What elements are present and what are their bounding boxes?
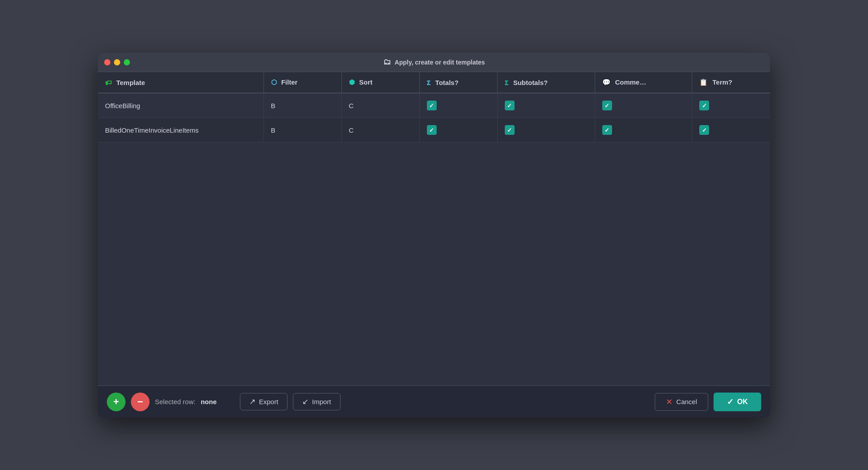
cell-template: BilledOneTimeInvoiceLineItems: [98, 118, 264, 142]
selected-row-value: none: [201, 398, 217, 405]
ok-label: OK: [737, 398, 748, 406]
checkbox-checked: ✓: [505, 101, 515, 110]
import-icon: ↙: [302, 397, 308, 406]
cell-sort: C: [341, 93, 419, 118]
table-container: 🏷 Template ⬡ Filter ⬢ Sort Σ: [98, 72, 770, 385]
title-bar: 🗂 Apply, create or edit templates: [98, 53, 770, 72]
maximize-button[interactable]: [124, 59, 130, 65]
col-header-term[interactable]: 📋 Term?: [692, 72, 770, 93]
export-button[interactable]: ↗ Export: [240, 393, 288, 410]
close-button[interactable]: [104, 59, 110, 65]
cell-term: ✓: [692, 118, 770, 142]
cell-subtotals: ✓: [497, 118, 595, 142]
col-header-template[interactable]: 🏷 Template: [98, 72, 264, 93]
sort-header-icon: ⬢: [349, 78, 355, 86]
col-header-subtotals[interactable]: Σ Subtotals?: [497, 72, 595, 93]
export-label: Export: [259, 398, 278, 405]
add-row-button[interactable]: +: [107, 393, 126, 411]
cell-filter: B: [264, 93, 341, 118]
main-window: 🗂 Apply, create or edit templates: [98, 53, 770, 417]
col-totals-label: Totals?: [435, 79, 458, 86]
templates-table: 🏷 Template ⬡ Filter ⬢ Sort Σ: [98, 72, 770, 142]
checkbox-checked: ✓: [699, 125, 709, 135]
cancel-icon: ✕: [666, 397, 673, 407]
cell-totals: ✓: [419, 118, 497, 142]
table-body: OfficeBilling B C ✓ ✓ ✓ ✓ BilledOneTimeI…: [98, 93, 770, 142]
cell-comments: ✓: [595, 118, 692, 142]
cancel-button[interactable]: ✕ Cancel: [655, 393, 708, 411]
checkbox-checked: ✓: [602, 125, 612, 135]
table-row[interactable]: BilledOneTimeInvoiceLineItems B C ✓ ✓ ✓ …: [98, 118, 770, 142]
cell-comments: ✓: [595, 93, 692, 118]
main-content: 🏷 Template ⬡ Filter ⬢ Sort Σ: [98, 72, 770, 385]
ok-button[interactable]: ✓ OK: [714, 393, 761, 411]
checkbox-checked: ✓: [602, 101, 612, 110]
checkbox-checked: ✓: [505, 125, 515, 135]
selected-row-label: Selected row:: [155, 398, 195, 405]
checkbox-checked: ✓: [699, 101, 709, 110]
col-header-totals[interactable]: Σ Totals?: [419, 72, 497, 93]
totals-header-icon: Σ: [427, 79, 431, 86]
term-header-icon: 📋: [699, 78, 708, 86]
col-subtotals-label: Subtotals?: [513, 79, 548, 86]
table-header-row: 🏷 Template ⬡ Filter ⬢ Sort Σ: [98, 72, 770, 93]
col-template-label: Template: [116, 79, 145, 86]
filter-header-icon: ⬡: [271, 78, 277, 86]
cell-sort: C: [341, 118, 419, 142]
col-filter-label: Filter: [281, 78, 298, 86]
col-header-comments[interactable]: 💬 Comme…: [595, 72, 692, 93]
footer-left: + − Selected row: none ↗ Export ↙ Import: [107, 393, 648, 411]
add-icon: +: [114, 396, 119, 408]
window-controls: [104, 59, 130, 65]
col-header-sort[interactable]: ⬢ Sort: [341, 72, 419, 93]
cell-template: OfficeBilling: [98, 93, 264, 118]
cell-term: ✓: [692, 93, 770, 118]
table-row[interactable]: OfficeBilling B C ✓ ✓ ✓ ✓: [98, 93, 770, 118]
window-title: 🗂 Apply, create or edit templates: [383, 57, 485, 67]
remove-row-button[interactable]: −: [131, 393, 150, 411]
import-label: Import: [312, 398, 331, 405]
footer-right: ✕ Cancel ✓ OK: [655, 393, 761, 411]
title-icon: 🗂: [383, 57, 391, 67]
cell-filter: B: [264, 118, 341, 142]
cancel-label: Cancel: [676, 398, 697, 405]
cell-subtotals: ✓: [497, 93, 595, 118]
comments-header-icon: 💬: [602, 78, 611, 86]
ok-icon: ✓: [727, 397, 734, 407]
col-header-filter[interactable]: ⬡ Filter: [264, 72, 341, 93]
subtotals-header-icon: Σ: [505, 79, 509, 86]
col-comments-label: Comme…: [615, 78, 646, 86]
cell-totals: ✓: [419, 93, 497, 118]
col-sort-label: Sort: [359, 78, 373, 86]
window-title-text: Apply, create or edit templates: [395, 59, 485, 66]
checkbox-checked: ✓: [427, 125, 437, 135]
minimize-button[interactable]: [114, 59, 120, 65]
export-icon: ↗: [249, 397, 256, 406]
checkbox-checked: ✓: [427, 101, 437, 110]
import-button[interactable]: ↙ Import: [293, 393, 341, 410]
col-term-label: Term?: [713, 78, 733, 86]
footer: + − Selected row: none ↗ Export ↙ Import…: [98, 385, 770, 417]
remove-icon: −: [138, 396, 143, 408]
template-header-icon: 🏷: [105, 79, 112, 86]
